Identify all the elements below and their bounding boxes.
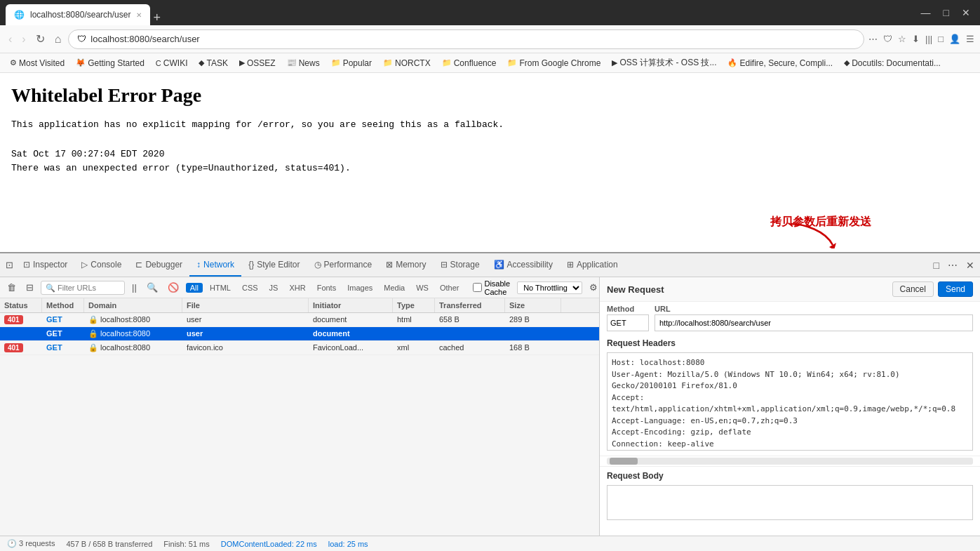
devtools-dock-button[interactable]: □ xyxy=(931,258,942,272)
load-time: load: 25 ms xyxy=(328,540,368,548)
headers-title: Request Headers xyxy=(607,338,973,348)
method-url-labels: Method URL xyxy=(600,302,980,334)
new-request-title: New Request xyxy=(607,284,664,295)
bookmark-most-visited[interactable]: ⚙ Most Visited xyxy=(6,57,69,69)
block-network-button[interactable]: 🚫 xyxy=(165,281,182,294)
accessibility-icon: ♿ xyxy=(494,260,504,270)
bookmark-edifire[interactable]: 🔥 Edifire, Secure, Compli... xyxy=(723,57,837,69)
library-icon[interactable]: ||| xyxy=(925,34,932,44)
profile-icon[interactable]: 👤 xyxy=(949,34,960,44)
devtools-more-button[interactable]: ⋯ xyxy=(945,258,960,272)
tab-storage[interactable]: ⊟ Storage xyxy=(434,253,487,277)
network-table: Status Method Domain File Initiator Type… xyxy=(0,298,599,536)
menu-button[interactable]: ☰ xyxy=(966,34,974,44)
tab-memory[interactable]: ⊠ Memory xyxy=(379,253,433,277)
bookmark-popular[interactable]: 📁 Popular xyxy=(327,57,376,69)
cell-file: user xyxy=(182,327,309,340)
network-settings-button[interactable]: ⚙ xyxy=(586,281,600,294)
filter-tab-css[interactable]: CSS xyxy=(238,283,262,293)
bookmark-task[interactable]: ◆ TASK xyxy=(194,57,231,69)
bookmark-icon[interactable]: ☆ xyxy=(898,34,906,44)
send-button[interactable]: Send xyxy=(938,281,973,297)
devtools-pick-button[interactable]: ⊡ xyxy=(3,258,16,272)
headers-textarea[interactable] xyxy=(607,352,973,451)
bookmark-from-google-chrome[interactable]: 📁 From Google Chrome xyxy=(503,57,605,69)
bookmark-cwiki[interactable]: C CWIKI xyxy=(152,57,192,69)
body-section: Request Body xyxy=(600,467,980,536)
method-label: Method xyxy=(607,305,649,313)
pause-network-button[interactable]: || xyxy=(129,281,140,294)
tab-inspector[interactable]: ⊡ Inspector xyxy=(16,253,74,277)
bookmark-news[interactable]: 📰 News xyxy=(283,57,324,69)
horizontal-scrollbar[interactable] xyxy=(607,458,973,465)
bookmark-icon-docutils: ◆ xyxy=(844,58,850,67)
clear-network-button[interactable]: 🗑 xyxy=(4,281,19,294)
tab-debugger[interactable]: ⊏ Debugger xyxy=(128,253,189,277)
devtools-actions: □ ⋯ ✕ xyxy=(931,258,977,272)
shield-icon: 🛡 xyxy=(883,34,892,44)
cell-domain: 🔒 localhost:8080 xyxy=(84,313,182,326)
close-button[interactable]: ✕ xyxy=(958,6,974,20)
bookmark-label-most-visited: Most Visited xyxy=(19,58,65,68)
minimize-button[interactable]: — xyxy=(917,6,935,20)
bookmark-getting-started[interactable]: 🦊 Getting Started xyxy=(72,57,149,69)
tab-style-editor[interactable]: {} Style Editor xyxy=(241,253,307,277)
filter-tab-fonts[interactable]: Fonts xyxy=(313,283,341,293)
method-url-inputs xyxy=(607,314,973,331)
bookmark-label-docutils: Docutils: Documentati... xyxy=(852,58,941,68)
tab-network[interactable]: ↕ Network xyxy=(189,253,241,277)
scrollbar-thumb xyxy=(610,458,638,465)
tab-accessibility[interactable]: ♿ Accessibility xyxy=(487,253,560,277)
dom-content-loaded: DOMContentLoaded: 22 ms xyxy=(221,540,317,548)
bookmark-docutils[interactable]: ◆ Docutils: Documentati... xyxy=(840,57,945,69)
back-button[interactable]: ‹ xyxy=(6,32,15,47)
tab-performance[interactable]: ◷ Performance xyxy=(307,253,380,277)
maximize-button[interactable]: □ xyxy=(939,6,953,20)
filter-toggle-button[interactable]: ⊟ xyxy=(23,281,36,294)
container-icon[interactable]: □ xyxy=(938,34,944,44)
filter-urls-input[interactable] xyxy=(41,281,125,295)
refresh-button[interactable]: ↻ xyxy=(33,31,48,47)
tab-console[interactable]: ▷ Console xyxy=(74,253,128,277)
filter-tab-all[interactable]: All xyxy=(186,283,203,293)
filter-tab-js[interactable]: JS xyxy=(265,283,283,293)
url-input[interactable] xyxy=(655,314,973,331)
memory-icon: ⊠ xyxy=(386,260,393,270)
tab-close-button[interactable]: ✕ xyxy=(136,11,142,19)
method-input[interactable] xyxy=(607,314,649,331)
download-icon[interactable]: ⬇ xyxy=(912,34,920,44)
bookmark-oss[interactable]: ▶ OSS 计算技术 - OSS 技... xyxy=(608,55,720,70)
performance-icon: ◷ xyxy=(314,260,321,270)
forward-button[interactable]: › xyxy=(19,32,28,47)
table-row[interactable]: 401 GET 🔒 localhost:8080 favicon.ico Fav… xyxy=(0,341,599,355)
new-tab-button[interactable]: + xyxy=(153,11,161,25)
table-row[interactable]: GET 🔒 localhost:8080 user document xyxy=(0,327,599,341)
filter-tab-media[interactable]: Media xyxy=(380,283,409,293)
more-button[interactable]: ⋯ xyxy=(868,34,878,44)
error-description: This application has no explicit mapping… xyxy=(11,118,969,133)
error-details: There was an unexpected error (type=Unau… xyxy=(11,161,969,176)
cancel-button[interactable]: Cancel xyxy=(892,281,934,297)
bookmark-confluence[interactable]: 📁 Confluence xyxy=(438,57,501,69)
devtools-close-button[interactable]: ✕ xyxy=(963,258,977,272)
scrollbar-area xyxy=(600,456,980,467)
throttle-select[interactable]: No Throttling xyxy=(517,281,582,294)
filter-tab-ws[interactable]: WS xyxy=(412,283,433,293)
search-network-button[interactable]: 🔍 xyxy=(144,281,161,294)
tab-application[interactable]: ⊞ Application xyxy=(560,253,625,277)
active-tab[interactable]: 🌐 localhost:8080/search/user ✕ xyxy=(6,4,150,25)
col-transferred: Transferred xyxy=(435,298,505,312)
filter-tab-images[interactable]: Images xyxy=(343,283,377,293)
filter-tab-other[interactable]: Other xyxy=(436,283,464,293)
bookmark-norctx[interactable]: 📁 NORCTX xyxy=(379,57,435,69)
home-button[interactable]: ⌂ xyxy=(52,32,65,47)
filter-tab-xhr[interactable]: XHR xyxy=(285,283,309,293)
bookmark-label-norctx: NORCTX xyxy=(395,58,431,68)
url-bar[interactable]: 🛡 localhost:8080/search/user xyxy=(68,29,864,49)
bookmark-ossez[interactable]: ▶ OSSEZ xyxy=(235,57,280,69)
disable-cache-checkbox[interactable] xyxy=(473,283,482,292)
table-row[interactable]: 401 GET 🔒 localhost:8080 user document h… xyxy=(0,313,599,327)
filter-tab-html[interactable]: HTML xyxy=(206,283,235,293)
body-textarea[interactable] xyxy=(607,485,973,520)
cell-status: 401 xyxy=(0,313,42,326)
